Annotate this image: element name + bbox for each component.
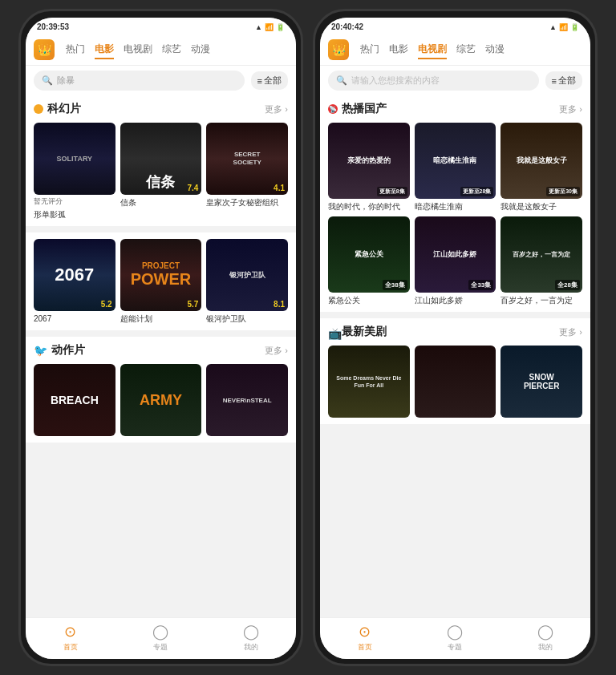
movie-card[interactable] — [415, 346, 496, 418]
movie-card[interactable]: 银河护卫队 8.1 银河护卫队 — [206, 239, 288, 324]
search-bar-1: 🔍 除暴 ≡ 全部 — [26, 66, 296, 95]
nav-tabs-1: 热门 电影 电视剧 综艺 动漫 — [66, 41, 288, 59]
scifi-section: 科幻片 更多 › SOLITARY 暂无评分 形单影孤 — [26, 95, 296, 226]
hotchina-label: 热播国产 — [342, 102, 387, 116]
hotchina-grid-1: 亲爱的热爱的 更新至8集 我的时代，你的时代 暗恋橘生淮南 更新至28集 暗恋橘… — [328, 123, 582, 212]
action-more[interactable]: 更多 › — [265, 345, 288, 357]
wifi-icon: ▲ — [255, 23, 262, 31]
action-section: 2067 5.2 2067 PROJECT POWER 5.7 超能计划 — [26, 232, 296, 330]
scifi-title: 科幻片 — [34, 102, 81, 116]
ep-badge: 全38集 — [383, 280, 407, 290]
movie-card[interactable]: SOLITARY 暂无评分 形单影孤 — [34, 123, 116, 220]
filter-btn-1[interactable]: ≡ 全部 — [251, 71, 288, 90]
newus-grid: Some Dreams Never DieFun For All SNOWPIE… — [328, 346, 582, 418]
tab-variety-2[interactable]: 综艺 — [456, 41, 476, 59]
movie-card[interactable]: SNOWPIERCER — [500, 346, 582, 418]
my-label-2: 我的 — [538, 642, 553, 653]
scifi-label: 科幻片 — [47, 102, 81, 116]
newus-section: 📺 最新美剧 更多 › Some Dreams Never DieFun For… — [320, 318, 590, 424]
content-2: 📡 热播国产 更多 › 亲爱的热爱的 更新至8集 我的时代，你的时代 — [320, 95, 590, 617]
newus-dot: 📺 — [328, 327, 338, 337]
movie-title: 百岁之好，一言为定 — [500, 295, 582, 305]
hotchina-header: 📡 热播国产 更多 › — [328, 102, 582, 116]
tab-anime-1[interactable]: 动漫 — [191, 41, 210, 59]
movie-title: 我就是这般女子 — [500, 201, 582, 212]
movie-title: 形单影孤 — [34, 209, 116, 220]
wifi-icon-2: ▲ — [549, 23, 557, 31]
special-label-1: 专题 — [153, 642, 168, 653]
tab-tv-1[interactable]: 电视剧 — [124, 41, 152, 59]
nav-my-1[interactable]: ◯ 我的 — [243, 623, 259, 653]
scifi-more[interactable]: 更多 › — [265, 103, 288, 115]
tab-anime-2[interactable]: 动漫 — [485, 41, 505, 59]
movie-card[interactable]: 紧急公关 全38集 紧急公关 — [328, 216, 410, 305]
status-bar-2: 20:40:42 ▲ 📶 🔋 — [320, 18, 590, 34]
home-icon-1: ⊙ — [64, 623, 76, 641]
nav-home-2[interactable]: ⊙ 首页 — [358, 623, 372, 653]
movie-card[interactable]: 信条 7.4 信条 — [120, 123, 202, 220]
tab-hot-2[interactable]: 热门 — [360, 41, 379, 59]
movie-card[interactable]: 亲爱的热爱的 更新至8集 我的时代，你的时代 — [328, 123, 410, 212]
nav-my-2[interactable]: ◯ 我的 — [537, 623, 553, 653]
special-icon-2: ◯ — [447, 623, 463, 641]
hotchina-title: 📡 热播国产 — [328, 102, 387, 116]
search-input-1[interactable]: 🔍 除暴 — [34, 71, 245, 91]
my-icon-2: ◯ — [537, 623, 553, 641]
home-icon-2: ⊙ — [359, 623, 371, 641]
nav-tabs-2: 热门 电影 电视剧 综艺 动漫 — [360, 41, 582, 59]
tab-tv-2[interactable]: 电视剧 — [418, 41, 447, 59]
search-icon-2: 🔍 — [336, 75, 347, 86]
movie-card[interactable]: Some Dreams Never DieFun For All — [328, 346, 410, 418]
movie-title: 紧急公关 — [328, 295, 410, 305]
special-label-2: 专题 — [448, 642, 462, 653]
tab-variety-1[interactable]: 综艺 — [162, 41, 181, 59]
hotchina-grid-2: 紧急公关 全38集 紧急公关 江山如此多娇 全33集 江山如此多娇 — [328, 216, 582, 305]
status-bar-1: 20:39:53 ▲ 📶 🔋 — [26, 18, 296, 34]
scifi-grid: SOLITARY 暂无评分 形单影孤 信条 7.4 信条 — [34, 123, 288, 220]
search-bar-2: 🔍 请输入您想搜索的内容 ≡ 全部 — [320, 66, 590, 95]
action-section-2: 🐦 动作片 更多 › BREACH ARMY — [26, 337, 296, 443]
movie-card[interactable]: SECRETSOCIETY 4.1 皇家次子女秘密组织 — [206, 123, 288, 220]
filter-label-1: 全部 — [264, 75, 282, 87]
movie-card[interactable]: ARMY — [120, 364, 202, 436]
nav-special-2[interactable]: ◯ 专题 — [447, 623, 463, 653]
my-icon-1: ◯ — [243, 623, 259, 641]
movie-title: 我的时代，你的时代 — [328, 201, 410, 212]
hotchina-section: 📡 热播国产 更多 › 亲爱的热爱的 更新至8集 我的时代，你的时代 — [320, 95, 590, 312]
search-input-2[interactable]: 🔍 请输入您想搜索的内容 — [328, 71, 539, 91]
tab-movie-1[interactable]: 电影 — [95, 41, 114, 59]
scifi-header: 科幻片 更多 › — [34, 102, 288, 116]
movie-card[interactable]: 江山如此多娇 全33集 江山如此多娇 — [415, 216, 496, 305]
tab-movie-2[interactable]: 电影 — [389, 41, 408, 59]
battery-icon: 🔋 — [276, 23, 285, 31]
filter-icon-1: ≡ — [257, 76, 262, 86]
action-title: 🐦 动作片 — [34, 343, 85, 358]
movie-title: 2067 — [34, 313, 116, 324]
status-right-2: ▲ 📶 🔋 — [549, 23, 579, 31]
phone-2: 20:40:42 ▲ 📶 🔋 👑 热门 电影 电视剧 综艺 动漫 🔍 请输入您想… — [313, 9, 598, 666]
movie-card[interactable]: 暗恋橘生淮南 更新至28集 暗恋橘生淮南 — [415, 123, 496, 212]
movie-card[interactable]: 2067 5.2 2067 — [34, 239, 116, 324]
movie-card[interactable]: NEVER\nSTEAL — [206, 364, 288, 436]
movie-card[interactable]: 我就是这般女子 更新至30集 我就是这般女子 — [500, 123, 582, 212]
newus-header: 📺 最新美剧 更多 › — [328, 325, 582, 339]
action-header: 🐦 动作片 更多 › — [34, 343, 288, 358]
movie-card[interactable]: PROJECT POWER 5.7 超能计划 — [120, 239, 202, 324]
nav-home-1[interactable]: ⊙ 首页 — [63, 623, 78, 653]
newus-more[interactable]: 更多 › — [559, 326, 582, 338]
filter-btn-2[interactable]: ≡ 全部 — [545, 71, 582, 90]
movie-card[interactable]: BREACH — [34, 364, 116, 436]
nav-special-1[interactable]: ◯ 专题 — [152, 623, 168, 653]
scifi-dot — [34, 104, 43, 114]
ep-badge: 全28集 — [555, 280, 580, 290]
movie-card[interactable]: 百岁之好，一言为定 全28集 百岁之好，一言为定 — [500, 216, 582, 305]
search-icon-1: 🔍 — [42, 75, 53, 86]
nav-bar-2: 👑 热门 电影 电视剧 综艺 动漫 — [320, 34, 590, 66]
app-logo-1: 👑 — [34, 39, 55, 60]
home-label-1: 首页 — [63, 642, 78, 653]
search-placeholder-2: 请输入您想搜索的内容 — [351, 75, 440, 87]
status-time-1: 20:39:53 — [37, 22, 69, 31]
action-grid: 2067 5.2 2067 PROJECT POWER 5.7 超能计划 — [34, 239, 288, 324]
hotchina-more[interactable]: 更多 › — [559, 103, 582, 115]
tab-hot-1[interactable]: 热门 — [66, 41, 85, 59]
